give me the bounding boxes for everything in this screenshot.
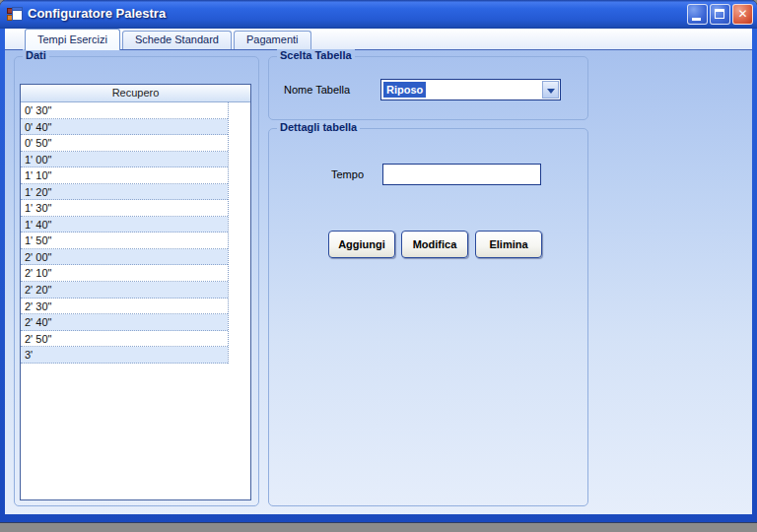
grid-row[interactable]: 2' 20" [21,282,228,299]
grid-row[interactable]: 2' 50" [21,331,228,348]
groupbox-dati-title: Dati [23,49,49,61]
chevron-down-icon [547,89,555,98]
tempo-label: Tempo [331,168,364,180]
grid-row[interactable]: 2' 10" [21,265,228,282]
grid-row[interactable]: 0' 50" [21,135,228,152]
recupero-grid[interactable]: Recupero 0' 30"0' 40"0' 50"1' 00"1' 10"1… [20,84,251,500]
groupbox-dettagli-tabella: Dettagli tabella Tempo Aggiungi Modifica… [268,128,588,506]
aggiungi-button[interactable]: Aggiungi [328,231,395,258]
client-area: Tempi Esercizi Schede Standard Pagamenti… [5,29,752,514]
tab-tempi-esercizi[interactable]: Tempi Esercizi [25,29,120,50]
tempo-input[interactable] [382,164,541,185]
window-title: Configuratore Palestra [28,6,166,21]
grid-row[interactable]: 2' 30" [21,299,228,315]
grid-row[interactable]: 1' 00" [21,152,228,168]
elimina-button[interactable]: Elimina [475,231,542,258]
app-icon [7,6,23,22]
grid-row[interactable]: 0' 30" [21,102,228,119]
tab-schede-standard[interactable]: Schede Standard [122,31,232,49]
grid-row[interactable]: 2' 40" [21,314,228,331]
grid-rows-container: 0' 30"0' 40"0' 50"1' 00"1' 10"1' 20"1' 3… [21,102,229,364]
close-button[interactable]: ✕ [732,4,753,25]
tab-strip: Tempi Esercizi Schede Standard Pagamenti [5,29,752,50]
window-controls: ✕ [687,4,753,25]
grid-row[interactable]: 3' [21,347,228,364]
groupbox-dati: Dati Recupero 0' 30"0' 40"0' 50"1' 00"1'… [14,56,259,506]
grid-column-header-recupero[interactable]: Recupero [21,85,250,102]
app-window: Configuratore Palestra ✕ Tempi Esercizi … [0,0,757,522]
grid-row[interactable]: 1' 50" [21,233,228,249]
combobox-selected-value: Riposo [383,82,426,98]
groupbox-scelta-tabella: Scelta Tabella Nome Tabella Riposo [268,56,588,120]
tab-pagamenti[interactable]: Pagamenti [234,31,311,49]
modifica-button[interactable]: Modifica [401,231,468,258]
grid-row[interactable]: 1' 20" [21,184,228,201]
groupbox-dettagli-tabella-title: Dettagli tabella [277,121,360,133]
groupbox-scelta-tabella-title: Scelta Tabella [277,49,355,61]
combobox-dropdown-button[interactable] [542,81,559,99]
nome-tabella-label: Nome Tabella [284,84,350,96]
minimize-icon [692,18,701,21]
grid-row[interactable]: 1' 30" [21,200,228,217]
title-bar[interactable]: Configuratore Palestra ✕ [0,0,757,29]
grid-row[interactable]: 0' 40" [21,119,228,136]
grid-row[interactable]: 1' 40" [21,217,228,233]
minimize-button[interactable] [687,4,708,25]
close-icon: ✕ [733,5,752,23]
grid-row[interactable]: 2' 00" [21,249,228,266]
maximize-button[interactable] [710,4,730,25]
grid-row[interactable]: 1' 10" [21,167,228,184]
tab-page-tempi-esercizi: Dati Recupero 0' 30"0' 40"0' 50"1' 00"1'… [5,50,752,514]
maximize-icon [715,9,724,19]
nome-tabella-combobox[interactable]: Riposo [380,79,561,100]
